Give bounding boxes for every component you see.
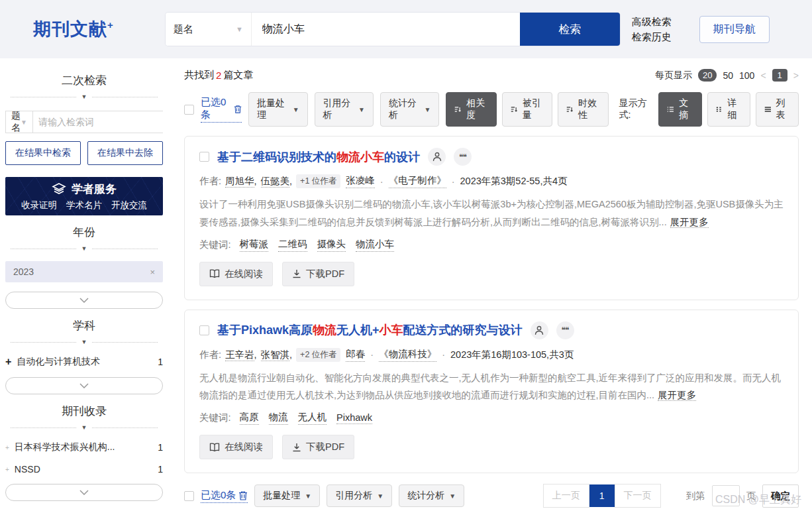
article-abstract: 设计了一种利用免驱USB摄像头识别二维码的物流小车,该小车以树莓派3b+为核心控… [199, 196, 784, 231]
keyword-link[interactable]: 摄像头 [317, 238, 346, 252]
article-title[interactable]: 基于Pixhawk高原物流无人机+小车配送方式的研究与设计 [217, 322, 523, 338]
expand-plus-icon[interactable]: + [5, 444, 9, 451]
author-profile-icon[interactable] [428, 148, 446, 166]
author-link[interactable]: 伍懿美 [261, 176, 290, 188]
remove-from-results-button[interactable]: 在结果中去除 [87, 141, 163, 165]
current-page-badge[interactable]: 1 [772, 69, 787, 82]
search-button[interactable]: 检索 [520, 13, 620, 46]
per-page-50[interactable]: 50 [723, 70, 733, 81]
section-divider[interactable]: ▼ [5, 424, 163, 431]
more-authors-badge[interactable]: +1 位作者 [296, 174, 340, 188]
advanced-search-link[interactable]: 高级检索 [632, 14, 672, 29]
scholar-logo-icon [52, 183, 66, 195]
keyword-link[interactable]: Pixhawk [336, 412, 372, 424]
keyword-link[interactable]: 物流小车 [356, 238, 394, 252]
last-author-link[interactable]: 郎春 [346, 348, 365, 362]
selected-count-link[interactable]: 已选0条 [201, 96, 242, 123]
download-pdf-button[interactable]: 下载PDF [282, 435, 354, 459]
author-link[interactable]: 周旭华 [225, 176, 254, 188]
current-page-button[interactable]: 1 [589, 484, 615, 507]
sort-relevance-button[interactable]: 相关度 [446, 92, 496, 127]
keywords-label: 关键词: [199, 239, 231, 251]
journal-link[interactable]: 《电子制作》 [389, 174, 446, 188]
banner-link[interactable]: 开放交流 [111, 199, 147, 211]
citation-quote-icon[interactable]: ❝❝ [556, 321, 574, 339]
indexing-filter-list: +日本科学技术振兴机构...1+NSSD1 [5, 441, 163, 475]
sort-recency-button[interactable]: 时效性 [558, 92, 608, 127]
trash-icon[interactable] [234, 104, 242, 114]
banner-link[interactable]: 收录证明 [21, 199, 57, 211]
prev-page-arrow-icon[interactable]: < [760, 70, 766, 81]
search-input[interactable] [252, 13, 520, 46]
expand-more-link[interactable]: 展开更多 [670, 217, 709, 228]
title-highlight: 物流小车 [336, 150, 384, 164]
keyword-link[interactable]: 高原 [240, 411, 259, 425]
filter-item-label[interactable]: NSSD [15, 464, 40, 475]
journal-nav-button[interactable]: 期刊导航 [699, 16, 770, 43]
section-divider[interactable]: ▼ [5, 339, 163, 345]
next-page-arrow-icon[interactable]: > [793, 70, 799, 81]
article-meta: 作者: 周旭华,伍懿美, +1 位作者 张凌峰 · 《电子制作》 · 2023年… [199, 174, 784, 188]
display-list-button[interactable]: 列表 [756, 92, 799, 127]
citation-analysis-dropdown[interactable]: 引用分析▼ [327, 484, 392, 507]
selected-count-link[interactable]: 已选0条 [201, 489, 248, 503]
stats-analysis-dropdown[interactable]: 统计分析▼ [380, 92, 439, 127]
secondary-field-select[interactable]: 题名 ▼ [6, 111, 33, 133]
expand-more-link[interactable]: 展开更多 [658, 390, 696, 401]
filter-item[interactable]: +NSSD1 [5, 464, 163, 475]
batch-process-dropdown[interactable]: 批量处理▼ [254, 484, 320, 507]
search-field-select[interactable]: 题名 ▼ [166, 13, 252, 46]
filter-item-label[interactable]: 日本科学技术振兴机构... [15, 441, 115, 453]
article-card: 基于Pixhawk高原物流无人机+小车配送方式的研究与设计 ❝❝ 作者: 王辛岩… [184, 310, 799, 474]
keyword-link[interactable]: 无人机 [298, 411, 327, 425]
author-link[interactable]: 张智淇 [261, 349, 290, 361]
per-page-20[interactable]: 20 [698, 69, 717, 82]
per-page-100[interactable]: 100 [739, 70, 754, 81]
article-checkbox[interactable] [199, 152, 209, 162]
next-page-button[interactable]: 下一页 [615, 484, 661, 508]
select-all-checkbox[interactable] [184, 491, 194, 501]
batch-process-dropdown[interactable]: 批量处理▼ [248, 92, 307, 127]
read-online-button[interactable]: 在线阅读 [199, 262, 273, 286]
display-abstract-button[interactable]: 文摘 [658, 92, 701, 127]
download-pdf-button[interactable]: 下载PDF [282, 262, 354, 286]
article-title[interactable]: 基于二维码识别技术的物流小车的设计 [217, 149, 420, 165]
close-icon[interactable]: × [150, 267, 155, 277]
search-in-results-button[interactable]: 在结果中检索 [5, 141, 81, 165]
prev-page-button[interactable]: 上一页 [543, 484, 589, 508]
keyword-link[interactable]: 二维码 [278, 238, 307, 252]
year-expand-button[interactable] [5, 292, 163, 309]
search-history-link[interactable]: 检索历史 [632, 29, 672, 44]
filter-item-label[interactable]: 自动化与计算机技术 [17, 356, 100, 368]
read-online-button[interactable]: 在线阅读 [199, 435, 273, 459]
select-all-checkbox[interactable] [184, 105, 194, 115]
filter-item[interactable]: +日本科学技术振兴机构...1 [5, 441, 163, 453]
secondary-search-input[interactable] [33, 111, 164, 133]
author-profile-icon[interactable] [531, 321, 548, 339]
author-link[interactable]: 王辛岩 [225, 349, 254, 361]
expand-plus-icon[interactable]: + [5, 466, 9, 473]
secondary-field-value: 题名 [11, 110, 21, 134]
last-author-link[interactable]: 张凌峰 [346, 174, 375, 188]
citation-quote-icon[interactable]: ❝❝ [454, 148, 472, 166]
scholar-service-banner[interactable]: 学者服务 收录证明 学术名片 开放交流 [5, 177, 163, 215]
section-divider[interactable]: ▼ [5, 93, 163, 100]
banner-link[interactable]: 学术名片 [66, 199, 102, 211]
comma: , [254, 176, 257, 186]
site-logo[interactable]: 期刊文献+ [33, 17, 114, 41]
keyword-link[interactable]: 树莓派 [240, 238, 269, 252]
more-authors-badge[interactable]: +2 位作者 [296, 348, 340, 362]
expand-plus-icon[interactable]: + [5, 356, 11, 368]
journal-link[interactable]: 《物流科技》 [379, 348, 436, 362]
article-checkbox[interactable] [199, 325, 209, 335]
subject-expand-button[interactable] [5, 377, 163, 394]
section-divider[interactable]: ▼ [5, 245, 163, 252]
stats-analysis-dropdown[interactable]: 统计分析▼ [399, 484, 464, 507]
sort-cited-button[interactable]: 被引量 [502, 92, 552, 127]
display-detail-button[interactable]: 详细 [707, 92, 750, 127]
citation-analysis-dropdown[interactable]: 引用分析▼ [315, 92, 374, 127]
filter-item[interactable]: +自动化与计算机技术1 [5, 356, 163, 368]
keyword-link[interactable]: 物流 [269, 411, 288, 425]
trash-icon[interactable] [238, 490, 248, 500]
indexing-expand-button[interactable] [5, 484, 163, 501]
